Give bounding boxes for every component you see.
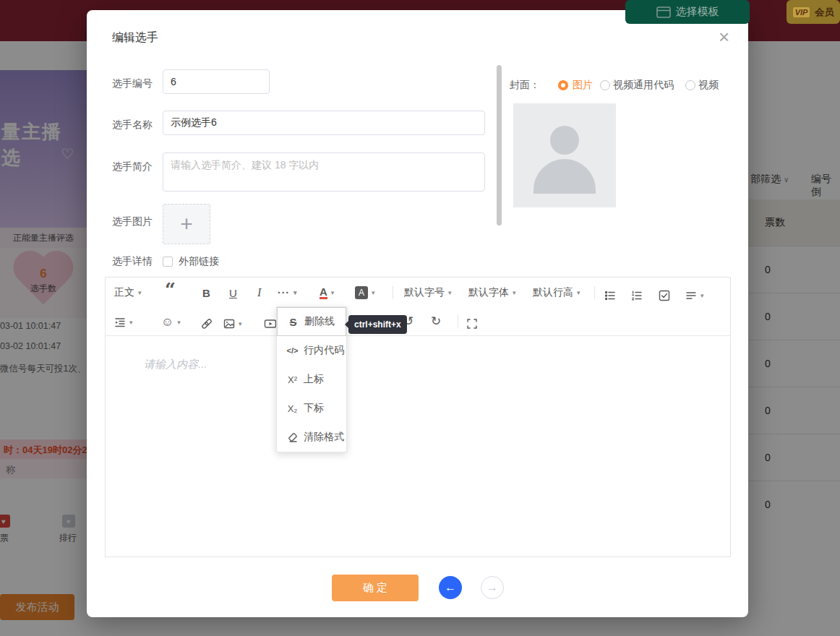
- inline-code-icon: </>: [286, 346, 299, 355]
- caret-down-icon: ▾: [513, 289, 516, 296]
- superscript-icon: X²: [286, 374, 299, 385]
- video-button[interactable]: [264, 315, 277, 332]
- bg-color-button[interactable]: A▾: [355, 284, 375, 301]
- toolbar-separator: [458, 314, 458, 327]
- caret-down-icon: ▾: [177, 319, 181, 326]
- player-name-label: 选手名称: [112, 119, 153, 132]
- next-player-button[interactable]: →: [481, 576, 504, 599]
- image-upload-button[interactable]: +: [163, 204, 210, 244]
- toolbar-separator: [393, 286, 393, 299]
- editor-placeholder: 请输入内容...: [144, 358, 207, 371]
- menu-item-strikethrough[interactable]: S 删除线: [277, 307, 346, 336]
- caret-down-icon: ▾: [331, 289, 335, 296]
- cover-video-code-radio[interactable]: [600, 80, 610, 90]
- cover-image-option[interactable]: 图片: [573, 79, 593, 92]
- line-height-select[interactable]: 默认行高▾: [533, 284, 580, 301]
- choose-template-button[interactable]: 选择模板: [625, 0, 750, 24]
- player-detail-label: 选手详情: [112, 255, 153, 268]
- emoji-button[interactable]: ☺▾: [161, 314, 181, 331]
- align-left-icon: [685, 290, 697, 301]
- cover-label: 封面：: [510, 79, 540, 92]
- indent-icon: [114, 317, 126, 328]
- image-icon: [223, 318, 235, 330]
- arrow-right-icon: →: [487, 581, 498, 594]
- font-size-select[interactable]: 默认字号▾: [404, 284, 452, 301]
- link-icon: [201, 318, 213, 330]
- todo-checkbox-icon: [659, 290, 670, 301]
- vip-member-label: 会员: [815, 6, 833, 19]
- cover-video-code-option[interactable]: 视频通用代码: [613, 79, 674, 92]
- fullscreen-button[interactable]: [466, 315, 478, 332]
- caret-down-icon: ▾: [577, 289, 580, 296]
- more-styles-button[interactable]: ···▾: [278, 284, 298, 301]
- rich-text-editor: 正文▾ “ B U I ···▾ A▾ A▾ 默认字号▾ 默认字体▾ 默认行高▾…: [105, 277, 731, 557]
- confirm-button[interactable]: 确 定: [332, 575, 419, 601]
- underline-button[interactable]: U: [229, 284, 237, 301]
- caret-down-icon: ▾: [138, 289, 142, 296]
- bullet-list-button[interactable]: [604, 287, 616, 304]
- form-scrollbar[interactable]: [497, 65, 502, 225]
- italic-button[interactable]: I: [257, 284, 261, 301]
- edit-player-modal: 编辑选手 × 选手编号 选手名称 选手简介 选手图片 + 选手详情 外部链接 封…: [87, 10, 748, 617]
- player-number-input[interactable]: [163, 69, 270, 94]
- caret-down-icon: ▾: [372, 289, 375, 296]
- caret-down-icon: ▾: [293, 289, 298, 296]
- emoji-icon: ☺: [161, 315, 173, 330]
- caret-down-icon: ▾: [700, 292, 704, 299]
- video-icon: [264, 318, 277, 330]
- ordered-list-button[interactable]: [631, 287, 643, 304]
- cover-video-option[interactable]: 视频: [698, 79, 719, 92]
- paragraph-select[interactable]: 正文▾: [114, 284, 142, 301]
- bold-button[interactable]: B: [202, 284, 210, 301]
- arrow-left-icon: ←: [445, 581, 456, 594]
- cover-video-radio[interactable]: [685, 80, 695, 90]
- cover-preview: [513, 103, 616, 207]
- cover-image-radio[interactable]: [558, 80, 568, 90]
- choose-template-label: 选择模板: [676, 5, 719, 19]
- link-button[interactable]: [201, 315, 213, 332]
- vip-badge: VIP: [793, 7, 810, 17]
- external-link-checkbox[interactable]: [163, 257, 173, 267]
- menu-item-superscript[interactable]: X² 上标: [277, 365, 346, 394]
- indent-select[interactable]: ▾: [114, 314, 133, 331]
- format-dropdown-menu: S 删除线 </> 行内代码 X² 上标 X₂ 下标 清除格式: [276, 306, 347, 452]
- plus-icon: +: [180, 212, 193, 236]
- image-button[interactable]: ▾: [223, 315, 242, 332]
- menu-item-clear-format[interactable]: 清除格式: [277, 423, 346, 452]
- blockquote-button[interactable]: “: [165, 279, 176, 301]
- modal-title: 编辑选手: [112, 30, 158, 46]
- ordered-list-icon: [631, 290, 643, 301]
- player-image-label: 选手图片: [112, 215, 153, 228]
- vip-member-button[interactable]: VIP 会员: [787, 0, 840, 24]
- menu-item-subscript[interactable]: X₂ 下标: [277, 394, 346, 423]
- align-select[interactable]: ▾: [685, 287, 704, 304]
- close-icon[interactable]: ×: [719, 26, 729, 48]
- caret-down-icon: ▾: [239, 320, 242, 327]
- fullscreen-icon: [466, 318, 478, 330]
- prev-player-button[interactable]: ←: [439, 576, 462, 599]
- todo-list-button[interactable]: [659, 287, 670, 304]
- player-intro-textarea[interactable]: [163, 152, 485, 192]
- font-family-select[interactable]: 默认字体▾: [468, 284, 516, 301]
- person-silhouette-head: [550, 126, 579, 155]
- font-color-button[interactable]: A▾: [320, 284, 334, 301]
- external-link-label[interactable]: 外部链接: [179, 255, 219, 268]
- editor-toolbar: 正文▾ “ B U I ···▾ A▾ A▾ 默认字号▾ 默认字体▾ 默认行高▾…: [106, 278, 730, 336]
- toolbar-separator: [594, 286, 595, 299]
- bullet-list-icon: [604, 290, 616, 301]
- player-number-label: 选手编号: [112, 77, 153, 90]
- caret-down-icon: ▾: [448, 289, 452, 296]
- eraser-icon: [286, 431, 299, 443]
- person-silhouette-body: [533, 159, 596, 194]
- player-name-input[interactable]: [163, 111, 485, 135]
- menu-item-inline-code[interactable]: </> 行内代码: [277, 336, 346, 365]
- caret-down-icon: ▾: [129, 319, 133, 326]
- template-icon: [656, 7, 671, 18]
- redo-button[interactable]: ↻: [431, 312, 441, 330]
- player-intro-label: 选手简介: [112, 160, 153, 173]
- strikethrough-icon: S: [287, 316, 299, 328]
- subscript-icon: X₂: [286, 403, 299, 414]
- shortcut-tooltip: ctrl+shift+x: [348, 315, 407, 334]
